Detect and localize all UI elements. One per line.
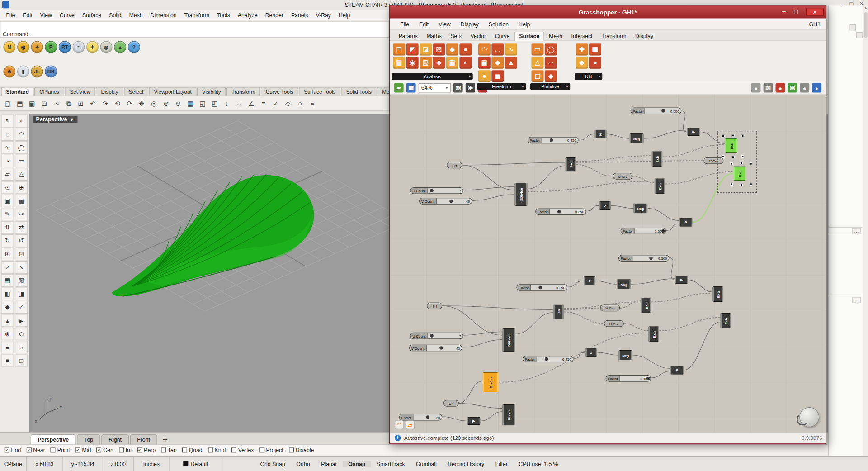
osnap-checkbox-mid[interactable] bbox=[75, 447, 80, 452]
gh-tab-vector[interactable]: Vector bbox=[466, 32, 491, 40]
surface-tool-icon[interactable]: ✚ bbox=[576, 43, 588, 56]
osnap-checkbox-point[interactable] bbox=[51, 447, 56, 452]
sidebar-tool-icon[interactable]: ▲ bbox=[1, 314, 14, 327]
osnap-end[interactable]: End bbox=[5, 447, 21, 453]
slider-track[interactable]: 0.250 bbox=[531, 285, 567, 290]
gh-gate-component[interactable]: ▶ bbox=[687, 128, 700, 136]
slider-track[interactable]: 7 bbox=[428, 333, 462, 338]
ribbon-group-label[interactable]: Analysis bbox=[392, 73, 473, 80]
surface-tool-icon[interactable]: ▦ bbox=[393, 57, 405, 69]
menu-file[interactable]: File bbox=[2, 12, 19, 18]
gh-slider-factor[interactable]: Factor1.000 bbox=[606, 375, 651, 382]
viewport-tab-top[interactable]: Top bbox=[77, 434, 100, 444]
toolbar-icon[interactable]: ◱ bbox=[197, 98, 208, 109]
gh-component-extr[interactable]: Extr bbox=[712, 286, 723, 302]
gh-gate-component[interactable]: ▶ bbox=[467, 417, 480, 425]
command-area[interactable]: Command: bbox=[0, 21, 389, 38]
ribbon-group-label[interactable]: Util bbox=[575, 73, 602, 80]
osnap-checkbox-int[interactable] bbox=[119, 447, 124, 452]
toolbar-tab-set-view[interactable]: Set View bbox=[65, 87, 95, 96]
toolbar-icon[interactable]: ∠ bbox=[246, 98, 257, 109]
slider-track[interactable]: 20 bbox=[414, 414, 442, 420]
surface-tool-icon[interactable]: ▨ bbox=[433, 43, 445, 56]
viewport-title[interactable]: Perspective bbox=[33, 116, 77, 123]
sidebar-tool-icon[interactable]: ⊞ bbox=[1, 247, 14, 260]
status-toggle-ortho[interactable]: Ortho bbox=[291, 461, 316, 466]
osnap-vertex[interactable]: Vertex bbox=[231, 447, 254, 453]
sidebar-tool-icon[interactable]: ◔ bbox=[1, 155, 14, 167]
vray-help-icon[interactable]: ? bbox=[128, 41, 140, 53]
open-definition-icon[interactable]: ▰ bbox=[394, 83, 404, 93]
osnap-perp[interactable]: Perp bbox=[137, 447, 156, 453]
gh-tab-transform[interactable]: Transform bbox=[597, 32, 631, 40]
surface-tool-icon[interactable]: ▤ bbox=[446, 57, 458, 69]
gh-component-sdivide[interactable]: SDivide bbox=[502, 328, 515, 352]
jl-badge-icon[interactable]: JL bbox=[31, 65, 43, 77]
slider-track[interactable]: 0.250 bbox=[537, 356, 573, 362]
selection-handle[interactable] bbox=[732, 134, 735, 137]
zoom-dropdown[interactable]: 64% bbox=[419, 83, 451, 93]
slider-grip[interactable] bbox=[661, 109, 665, 112]
surface-tool-icon[interactable]: ◉ bbox=[406, 57, 419, 69]
panel-mini-icon[interactable] bbox=[856, 32, 862, 38]
surface-tool-icon[interactable]: ∿ bbox=[505, 43, 517, 56]
gh-menu-help[interactable]: Help bbox=[514, 21, 535, 27]
gh-component-z[interactable]: Z bbox=[594, 130, 607, 139]
gh-component-sdivide[interactable]: SDivide bbox=[514, 183, 528, 206]
selection-handle[interactable] bbox=[741, 155, 744, 158]
slider-track[interactable]: 40 bbox=[437, 198, 472, 204]
gh-slider-factor[interactable]: Factor0.500 bbox=[631, 108, 682, 114]
geopipe-icon[interactable]: ⊕ bbox=[3, 65, 15, 77]
slider-track[interactable]: 0.500 bbox=[633, 255, 669, 261]
menu-help[interactable]: Help bbox=[335, 12, 354, 18]
osnap-checkbox-near[interactable] bbox=[27, 447, 32, 452]
status-z-0-00[interactable]: z 0.00 bbox=[103, 457, 134, 471]
panel-more-button[interactable]: … bbox=[852, 297, 861, 303]
osnap-disable[interactable]: Disable bbox=[289, 447, 314, 453]
menu-analyze[interactable]: Analyze bbox=[234, 12, 261, 18]
selection-handle[interactable] bbox=[750, 183, 752, 186]
status-toggle-gumball[interactable]: Gumball bbox=[410, 461, 442, 466]
osnap-checkbox-end[interactable] bbox=[5, 447, 9, 452]
slider-grip[interactable] bbox=[449, 200, 453, 203]
sidebar-tool-icon[interactable]: ↺ bbox=[15, 234, 28, 247]
ribbon-group-label[interactable]: Freeform bbox=[477, 83, 526, 90]
gh-multiply-component[interactable]: ✕ bbox=[679, 218, 692, 227]
gh-component-iso[interactable]: Iso bbox=[553, 304, 564, 319]
panel-scrollbar[interactable]: ▲ bbox=[863, 5, 868, 456]
osnap-checkbox-quad[interactable] bbox=[182, 447, 187, 452]
osnap-knot[interactable]: Knot bbox=[208, 447, 226, 453]
sidebar-tool-icon[interactable]: ✎ bbox=[1, 208, 14, 220]
gh-menu-display[interactable]: Display bbox=[456, 21, 484, 27]
sidebar-tool-icon[interactable]: ◠ bbox=[15, 128, 28, 141]
osnap-cen[interactable]: Cen bbox=[97, 447, 113, 453]
slider-grip[interactable] bbox=[557, 210, 561, 213]
selection-handle[interactable] bbox=[722, 135, 725, 138]
status-toggle-smarttrack[interactable]: SmartTrack bbox=[371, 461, 410, 466]
gh-component-z[interactable]: Z bbox=[584, 276, 596, 285]
status-toggle-planar[interactable]: Planar bbox=[316, 461, 343, 466]
surface-tool-icon[interactable]: ▦ bbox=[589, 43, 601, 56]
gh-menu-solution[interactable]: Solution bbox=[484, 21, 514, 27]
toolbar-icon[interactable]: ⧉ bbox=[63, 98, 74, 109]
menu-view[interactable]: View bbox=[36, 12, 56, 18]
panel-mini-icon[interactable] bbox=[850, 24, 856, 30]
document-badge[interactable]: GH1 bbox=[809, 21, 821, 27]
toolbar-icon[interactable]: ◇ bbox=[282, 98, 293, 109]
status-toggle-record-history[interactable]: Record History bbox=[442, 461, 490, 466]
osnap-checkbox-perp[interactable] bbox=[137, 447, 142, 452]
viewport-tab-right[interactable]: Right bbox=[101, 434, 128, 444]
menu-render[interactable]: Render bbox=[261, 12, 287, 18]
toolbar-tab-select[interactable]: Select bbox=[124, 87, 148, 96]
slider-track[interactable]: 0.250 bbox=[550, 209, 585, 214]
toolbar-icon[interactable]: ⊟ bbox=[39, 98, 50, 109]
gh-component-z[interactable]: Z bbox=[585, 348, 597, 357]
column-icon[interactable]: ▮ bbox=[17, 65, 29, 77]
gh-param-srf[interactable]: Srf bbox=[443, 400, 459, 407]
slider-grip[interactable] bbox=[538, 286, 542, 289]
command-prompt[interactable]: Command: bbox=[0, 30, 388, 38]
sidebar-tool-icon[interactable]: ◯ bbox=[15, 141, 28, 154]
sidebar-tool-icon[interactable]: ▭ bbox=[15, 155, 28, 167]
vray-graph-icon[interactable]: ▲ bbox=[114, 41, 126, 53]
osnap-mid[interactable]: Mid bbox=[75, 447, 91, 453]
